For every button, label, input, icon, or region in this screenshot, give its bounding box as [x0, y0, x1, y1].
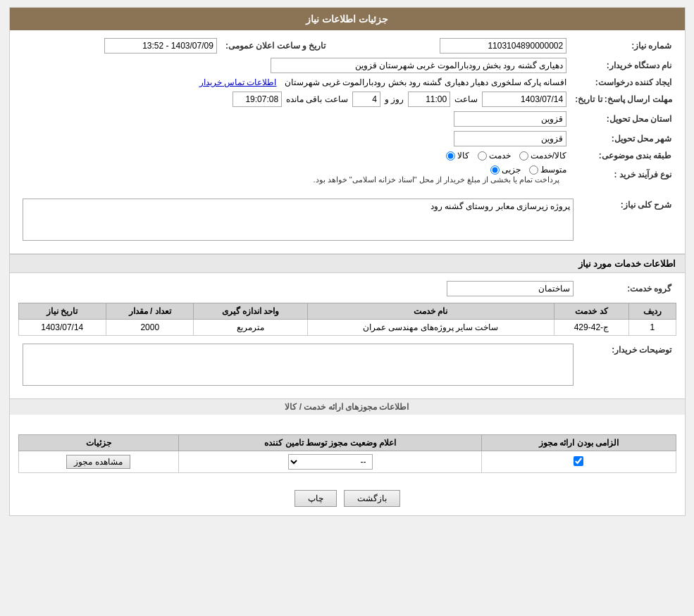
radio-motevasset-label: متوسط [540, 165, 566, 175]
service-group-table: گروه خدمت: [18, 279, 676, 298]
permission-required-checkbox[interactable] [574, 456, 583, 466]
permissions-table: الزامی بودن ارائه مجوز اعلام وضعیت مجوز … [18, 434, 676, 473]
need-number-input[interactable] [440, 38, 566, 54]
info-row-1: شماره نیاز: تاریخ و ساعت اعلان عمومی: [18, 36, 676, 56]
radio-jozvi-input[interactable] [490, 165, 500, 175]
page-title: جزئیات اطلاعات نیاز [306, 13, 388, 25]
deadline-label: مهلت ارسال پاسخ: تا تاریخ: [571, 89, 676, 109]
th-unit: واحد اندازه گیری [194, 303, 307, 320]
radio-khedmat-input[interactable] [478, 151, 487, 161]
category-label: طبقه بندی موضوعی: [571, 149, 676, 163]
page-header: جزئیات اطلاعات نیاز [10, 8, 685, 30]
buyer-desc-table: توضیحات خریدار: [18, 341, 676, 390]
info-row-8: نوع فرآیند خرید : متوسط جزیی پرداخت تمام… [18, 163, 676, 187]
th-quantity: تعداد / مقدار [106, 303, 194, 320]
deadline-date-input[interactable] [482, 92, 566, 107]
back-button[interactable]: بازگشت [344, 490, 400, 507]
general-desc-table: شرح کلی نیاز: [18, 196, 676, 245]
category-value: کالا/خدمت خدمت کالا [18, 149, 571, 163]
purchase-type-label: نوع فرآیند خرید : [571, 163, 676, 187]
permission-required-cell [482, 451, 676, 473]
buyer-desc-textarea[interactable] [23, 344, 574, 386]
city-input[interactable] [454, 131, 566, 146]
print-button[interactable]: چاپ [295, 490, 337, 507]
info-row-3: ایجاد کننده درخواست: افسانه پارکه سلخوری… [18, 75, 676, 89]
cell-unit: مترمربع [194, 320, 307, 336]
radio-kala-input[interactable] [446, 151, 455, 161]
buyer-org-label: نام دستگاه خریدار: [571, 56, 676, 75]
requester-label: ایجاد کننده درخواست: [571, 75, 676, 89]
cell-service-name: ساخت سایر پروژه‌های مهندسی عمران [307, 320, 554, 336]
info-row-7: طبقه بندی موضوعی: کالا/خدمت خدمت کالا [18, 149, 676, 163]
radio-khedmat-label: خدمت [489, 151, 511, 161]
announce-datetime-label: تاریخ و ساعت اعلان عمومی: [221, 36, 330, 56]
view-permission-button[interactable]: مشاهده مجوز [66, 455, 130, 469]
general-desc-value [18, 196, 578, 245]
cell-quantity: 2000 [106, 320, 194, 336]
general-desc-label: شرح کلی نیاز: [578, 196, 676, 245]
radio-kala-label: کالا [457, 151, 469, 161]
th-service-code: کد خدمت [554, 303, 628, 320]
info-row-2: نام دستگاه خریدار: [18, 56, 676, 75]
province-input[interactable] [454, 111, 566, 127]
permissions-table-header: الزامی بودن ارائه مجوز اعلام وضعیت مجوز … [18, 435, 676, 451]
service-group-value [18, 279, 578, 298]
radio-khedmat: خدمت [478, 151, 511, 161]
radio-kala-khedmat: کالا/خدمت [519, 151, 566, 161]
th-need-date: تاریخ نیاز [18, 303, 106, 320]
general-desc-section: شرح کلی نیاز: [10, 195, 685, 253]
th-details: جزئیات [18, 435, 178, 451]
th-required: الزامی بودن ارائه مجوز [482, 435, 676, 451]
permissions-section-title: اطلاعات مجوزهای ارائه خدمت / کالا [10, 398, 685, 415]
cell-row-num: 1 [629, 320, 676, 336]
buyer-org-value [18, 56, 571, 75]
deadline-time-label: ساعت [454, 94, 478, 104]
service-group-row: گروه خدمت: [18, 279, 676, 298]
page-container: جزئیات اطلاعات نیاز شماره نیاز: تاریخ و … [9, 7, 686, 516]
province-value [18, 109, 571, 129]
permission-status-select[interactable]: -- [288, 454, 373, 470]
service-group-input[interactable] [447, 281, 574, 296]
cell-need-date: 1403/07/14 [18, 320, 106, 336]
requester-contact-link[interactable]: اطلاعات تماس خریدار [199, 77, 277, 87]
permission-status-cell: -- [178, 451, 482, 473]
radio-kala-khedmat-label: کالا/خدمت [531, 151, 566, 161]
deadline-days-label: روز و [385, 94, 404, 104]
requester-value: افسانه پارکه سلخوری دهیار دهیاری گشنه رو… [18, 75, 571, 89]
services-table-header: ردیف کد خدمت نام خدمت واحد اندازه گیری ت… [18, 303, 676, 320]
services-section: گروه خدمت: ردیف کد خدمت نام خدمت واحد ان… [10, 273, 685, 398]
deadline-value: ساعت روز و ساعت باقی مانده [18, 89, 571, 109]
cell-service-code: ج-42-429 [554, 320, 628, 336]
deadline-remaining-input[interactable] [233, 92, 282, 107]
province-label: استان محل تحویل: [571, 109, 676, 129]
deadline-time-input[interactable] [408, 92, 450, 107]
city-label: شهر محل تحویل: [571, 129, 676, 149]
buyer-desc-label: توضیحات خریدار: [578, 341, 676, 390]
radio-kala-khedmat-input[interactable] [519, 151, 528, 161]
purchase-type-value: متوسط جزیی پرداخت تمام یا بخشی از مبلغ خ… [18, 163, 571, 187]
need-number-label: شماره نیاز: [571, 36, 676, 56]
services-section-title: اطلاعات خدمات مورد نیاز [10, 253, 685, 273]
info-row-4: مهلت ارسال پاسخ: تا تاریخ: ساعت روز و سا… [18, 89, 676, 109]
radio-jozvi: جزیی [490, 165, 521, 175]
permission-details-cell: مشاهده مجوز [18, 451, 178, 473]
services-table: ردیف کد خدمت نام خدمت واحد اندازه گیری ت… [18, 303, 676, 336]
radio-motevasset-input[interactable] [529, 165, 538, 175]
info-row-5: استان محل تحویل: [18, 109, 676, 129]
buyer-desc-value [18, 341, 578, 390]
service-group-label: گروه خدمت: [578, 279, 676, 298]
permissions-row: -- مشاهده مجوز [18, 451, 676, 473]
buyer-org-input[interactable] [271, 58, 566, 73]
need-number-value [344, 36, 571, 56]
deadline-days-input[interactable] [352, 92, 380, 107]
main-info-section: شماره نیاز: تاریخ و ساعت اعلان عمومی: نا… [10, 30, 685, 195]
table-row: 1 ج-42-429 ساخت سایر پروژه‌های مهندسی عم… [18, 320, 676, 336]
th-service-name: نام خدمت [307, 303, 554, 320]
purchase-note: پرداخت تمام یا بخشی از مبلغ خریدار از مح… [314, 175, 560, 184]
radio-jozvi-label: جزیی [502, 165, 521, 175]
deadline-remaining-label: ساعت باقی مانده [286, 94, 348, 104]
general-desc-textarea[interactable] [23, 199, 574, 241]
info-table: شماره نیاز: تاریخ و ساعت اعلان عمومی: نا… [18, 36, 676, 187]
announce-datetime-input[interactable] [104, 38, 217, 54]
radio-motevasset: متوسط [529, 165, 566, 175]
